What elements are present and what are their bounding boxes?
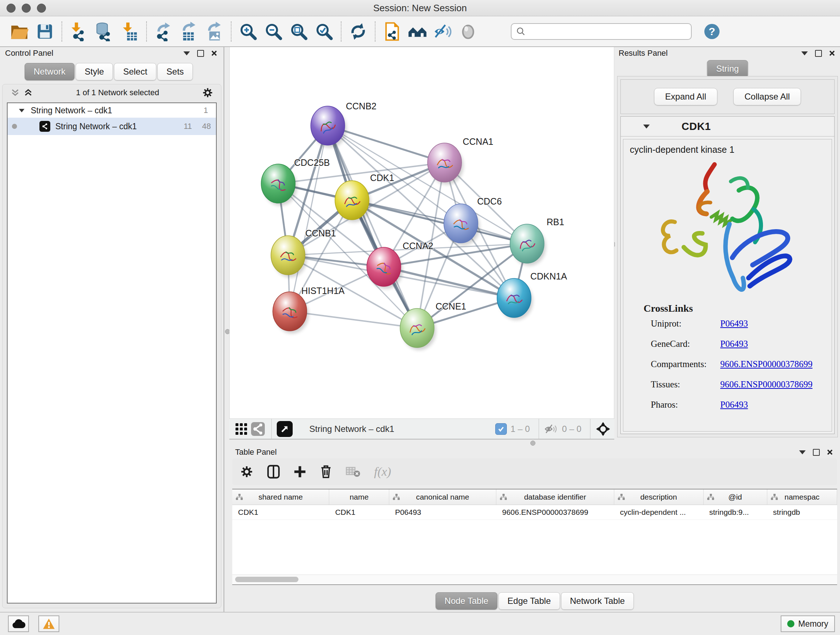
tab-network[interactable]: Network bbox=[25, 63, 74, 80]
table-cell[interactable]: stringdb:9... bbox=[703, 505, 767, 519]
tab-select[interactable]: Select bbox=[114, 63, 156, 80]
table-row[interactable]: CDK1CDK1P064939606.ENSP00000378699cyclin… bbox=[232, 505, 837, 520]
results-panel-title: Results Panel bbox=[619, 49, 668, 58]
zoom-fit-icon[interactable] bbox=[289, 21, 309, 42]
network-node-CCNA1[interactable] bbox=[428, 143, 463, 185]
cloud-status-button[interactable] bbox=[8, 616, 29, 632]
import-network-file-icon[interactable] bbox=[69, 21, 89, 42]
zoom-in-icon[interactable] bbox=[238, 21, 258, 42]
warnings-button[interactable] bbox=[38, 616, 59, 632]
gene-expander-icon[interactable] bbox=[643, 125, 650, 128]
network-canvas[interactable]: CCNB2CCNA1CDC25BCDK1CDC6RB1CCNB1CCNA2CDK… bbox=[229, 47, 614, 418]
network-node-CCNE1[interactable] bbox=[400, 309, 436, 350]
network-from-selection-icon[interactable] bbox=[382, 21, 402, 42]
close-panel-icon[interactable] bbox=[827, 449, 833, 455]
import-network-database-icon[interactable] bbox=[94, 21, 114, 42]
save-session-icon[interactable] bbox=[35, 21, 55, 42]
network-edge-HIST1H1A-CCNE1[interactable] bbox=[290, 311, 417, 328]
crosslink-value-link[interactable]: 9606.ENSP00000378699 bbox=[720, 359, 813, 369]
network-node-CCNB2[interactable] bbox=[311, 106, 347, 148]
network-node-HIST1H1A[interactable] bbox=[273, 292, 309, 333]
crosslink-value-link[interactable]: P06493 bbox=[720, 400, 748, 410]
network-node-label-CDK1: CDK1 bbox=[370, 173, 394, 183]
collapse-panel-icon[interactable] bbox=[183, 51, 190, 55]
tab-string[interactable]: String bbox=[707, 60, 748, 78]
network-node-CDC6[interactable] bbox=[444, 204, 480, 245]
open-folder-icon[interactable] bbox=[9, 21, 30, 42]
collapse-all-button[interactable]: Collapse All bbox=[733, 88, 801, 105]
bottom-splitter-handle[interactable] bbox=[531, 440, 535, 446]
table-cell[interactable]: cyclin-dependent ... bbox=[614, 505, 704, 519]
network-node-label-CCNA2: CCNA2 bbox=[403, 241, 433, 251]
navigator-crosshair-icon[interactable] bbox=[595, 421, 611, 437]
scrollbar-thumb[interactable] bbox=[235, 577, 298, 582]
float-panel-icon[interactable] bbox=[813, 449, 820, 456]
crosslink-value-link[interactable]: P06493 bbox=[720, 339, 748, 349]
network-options-gear-icon[interactable] bbox=[202, 87, 213, 98]
crosslink-value-link[interactable]: 9606.ENSP00000378699 bbox=[720, 379, 813, 390]
column-header--id[interactable]: @id bbox=[704, 489, 767, 505]
zoom-selected-icon[interactable] bbox=[314, 21, 334, 42]
column-header-description[interactable]: description bbox=[614, 489, 704, 505]
create-column-icon[interactable] bbox=[294, 466, 306, 478]
tab-style[interactable]: Style bbox=[76, 63, 113, 80]
network-node-CDK1[interactable] bbox=[335, 181, 371, 222]
collapse-panel-icon[interactable] bbox=[799, 450, 806, 454]
grid-view-icon[interactable] bbox=[233, 421, 249, 437]
close-panel-icon[interactable] bbox=[211, 50, 217, 56]
network-row-selected[interactable]: String Network – cdk1 11 48 bbox=[8, 118, 216, 135]
network-node-CDKN1A[interactable] bbox=[497, 279, 533, 320]
expand-all-icon[interactable] bbox=[24, 88, 33, 97]
show-columns-icon[interactable] bbox=[267, 465, 280, 478]
export-table-icon[interactable] bbox=[179, 21, 199, 42]
float-panel-icon[interactable] bbox=[815, 50, 822, 57]
network-label: String Network – cdk1 bbox=[55, 122, 137, 131]
export-image-icon[interactable] bbox=[204, 21, 224, 42]
birdseye-view-icon[interactable] bbox=[277, 421, 293, 437]
help-icon[interactable]: ? bbox=[702, 21, 722, 42]
column-header-canonical-name[interactable]: canonical name bbox=[389, 489, 496, 505]
tree-expander-icon[interactable] bbox=[19, 109, 24, 112]
memory-button[interactable]: Memory bbox=[781, 616, 835, 632]
tab-sets[interactable]: Sets bbox=[157, 63, 193, 80]
table-cell[interactable]: stringdb bbox=[767, 505, 837, 519]
first-neighbors-icon[interactable] bbox=[407, 21, 428, 42]
network-tree: String Network – cdk1 1 String Network –… bbox=[7, 103, 217, 603]
table-cell[interactable]: CDK1 bbox=[232, 505, 329, 519]
table-cell[interactable]: CDK1 bbox=[329, 505, 389, 519]
column-header-namespac[interactable]: namespac bbox=[767, 489, 837, 505]
tab-network-table[interactable]: Network Table bbox=[561, 592, 634, 610]
table-cell[interactable]: P06493 bbox=[389, 505, 496, 519]
selected-indicator-checkbox[interactable] bbox=[495, 423, 507, 435]
tab-edge-table[interactable]: Edge Table bbox=[499, 592, 560, 610]
zoom-out-icon[interactable] bbox=[264, 21, 284, 42]
search-input[interactable] bbox=[526, 27, 679, 36]
column-header-database-identifier[interactable]: database identifier bbox=[496, 489, 614, 505]
expand-all-button[interactable]: Expand All bbox=[654, 88, 717, 105]
network-collection-row[interactable]: String Network – cdk1 1 bbox=[8, 103, 216, 118]
horizontal-scrollbar[interactable] bbox=[232, 575, 837, 584]
network-node-label-CCNE1: CCNE1 bbox=[436, 301, 466, 311]
network-node-CDC25B[interactable] bbox=[261, 164, 297, 206]
network-share-view-icon[interactable] bbox=[249, 421, 266, 437]
delete-column-icon[interactable] bbox=[320, 465, 332, 478]
column-header-shared-name[interactable]: shared name bbox=[232, 489, 329, 505]
table-options-gear-icon[interactable] bbox=[240, 465, 253, 478]
gene-header-row[interactable]: CDK1 bbox=[621, 117, 834, 136]
show-hidden-icon[interactable] bbox=[458, 21, 478, 42]
refresh-view-icon[interactable] bbox=[348, 21, 368, 42]
hide-selected-icon[interactable] bbox=[433, 21, 453, 42]
network-node-CCNA2[interactable] bbox=[367, 247, 403, 289]
import-table-icon[interactable] bbox=[119, 21, 140, 42]
collapse-all-icon[interactable] bbox=[11, 88, 20, 97]
float-panel-icon[interactable] bbox=[197, 50, 204, 57]
network-node-RB1[interactable] bbox=[510, 224, 546, 266]
tab-node-table[interactable]: Node Table bbox=[436, 592, 497, 610]
export-network-icon[interactable] bbox=[153, 21, 174, 42]
close-panel-icon[interactable] bbox=[829, 50, 835, 56]
crosslink-value-link[interactable]: P06493 bbox=[720, 318, 748, 329]
column-header-name[interactable]: name bbox=[329, 489, 389, 505]
collapse-panel-icon[interactable] bbox=[801, 51, 808, 55]
network-edge-CCNB2-CCNE1[interactable] bbox=[328, 126, 417, 328]
table-cell[interactable]: 9606.ENSP00000378699 bbox=[496, 505, 614, 519]
